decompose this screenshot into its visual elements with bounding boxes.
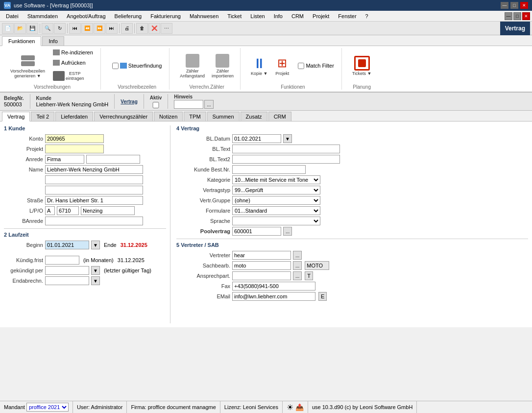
sprache-select[interactable] — [232, 217, 320, 225]
steuerfindung-checkbox[interactable] — [112, 63, 119, 69]
strasse-input[interactable] — [45, 196, 143, 205]
endabrechn-input[interactable] — [45, 276, 89, 285]
ansprechpart-input[interactable] — [232, 271, 291, 280]
kategorie-select[interactable]: 10...Miete mit Service mit Tone — [232, 175, 320, 184]
poolvertrag-dots-button[interactable]: ... — [283, 227, 292, 236]
ribbon-btn-aufruecken[interactable]: Aufrücken — [49, 58, 97, 67]
mandant-select[interactable]: proffice 2021 — [26, 403, 69, 412]
ribbon-btn-match-filter[interactable]: Match Filter — [294, 61, 337, 71]
tab-vertrag[interactable]: Vertrag — [2, 112, 30, 121]
toolbar-prev[interactable]: ⏪ — [81, 23, 93, 34]
sachbearb-input[interactable] — [232, 261, 291, 270]
kunde-best-nr-input[interactable] — [232, 165, 306, 174]
tab-info[interactable]: Info — [42, 36, 64, 46]
bl-datum-dropdown[interactable]: ▼ — [283, 134, 292, 143]
toolbar-save[interactable]: 💾 — [26, 23, 38, 34]
vertragstyp-select[interactable]: 99...Geprüft — [232, 186, 320, 194]
menu-projekt[interactable]: Projekt — [309, 12, 333, 20]
menu-angebot-auftrag[interactable]: Angebot/Auftrag — [63, 12, 110, 20]
toolbar-delete[interactable]: 🗑 — [136, 23, 148, 34]
menu-stammdaten[interactable]: Stammdaten — [24, 12, 62, 20]
ribbon-restore-button[interactable]: □ — [513, 12, 521, 20]
tab-teil2[interactable]: Teil 2 — [31, 112, 54, 121]
ribbon-minimize-button[interactable]: — — [505, 12, 512, 20]
menu-fenster[interactable]: Fenster — [334, 12, 360, 20]
toolbar-first[interactable]: ⏮ — [69, 23, 81, 34]
toolbar-more[interactable]: ⋯ — [161, 23, 172, 34]
tab-tpm[interactable]: TPM — [184, 112, 206, 121]
gekuendigt-per-input[interactable] — [45, 266, 89, 275]
close-button[interactable]: ✕ — [520, 2, 528, 9]
konto-input[interactable] — [45, 134, 104, 143]
formulare-select[interactable]: 01...Standard — [232, 206, 320, 215]
tab-zusatz[interactable]: Zusatz — [241, 112, 267, 121]
tab-notizen[interactable]: Notizen — [154, 112, 183, 121]
beginn-dropdown-button[interactable]: ▼ — [91, 241, 100, 249]
bl-datum-input[interactable] — [232, 134, 281, 143]
aktiv-checkbox[interactable] — [150, 102, 162, 108]
menu-mahnwesen[interactable]: Mahnwesen — [186, 12, 222, 20]
toolbar-cancel[interactable]: ❌ — [148, 23, 160, 34]
tab-lieferdaten[interactable]: Lieferdaten — [55, 112, 93, 121]
ribbon-close-button[interactable]: ✕ — [522, 12, 530, 20]
tab-funktionen[interactable]: Funktionen — [2, 36, 41, 46]
ansprechpart-dots-button[interactable]: ... — [293, 271, 302, 280]
bl-text-input[interactable] — [232, 145, 340, 153]
tab-crm[interactable]: CRM — [268, 112, 291, 121]
name-input[interactable] — [45, 165, 143, 174]
lpo-ort-input[interactable] — [81, 206, 135, 215]
ribbon-btn-zaehler-importieren[interactable]: Zählerimportieren — [209, 51, 236, 80]
anrede-input[interactable] — [45, 155, 84, 164]
vertreter-dots-button[interactable]: ... — [293, 251, 302, 260]
poolvertrag-input[interactable] — [232, 227, 281, 236]
kuendig-frist-input[interactable] — [45, 256, 79, 265]
minimize-button[interactable]: — — [501, 2, 508, 9]
gekuendigt-per-dropdown[interactable]: ▼ — [91, 266, 100, 275]
toolbar-new[interactable]: 📄 — [2, 23, 14, 34]
toolbar-last[interactable]: ⏭ — [106, 23, 118, 34]
endabrechn-dropdown[interactable]: ▼ — [91, 276, 100, 285]
ribbon-btn-projekt[interactable]: ⊞ Projekt — [272, 54, 292, 77]
beginn-input[interactable] — [45, 241, 89, 249]
hinweis-dots-button[interactable]: ... — [204, 100, 213, 109]
vert-gruppe-select[interactable]: (ohne) — [232, 196, 320, 205]
match-filter-checkbox[interactable] — [298, 63, 304, 69]
menu-ticket[interactable]: Ticket — [223, 12, 245, 20]
ribbon-btn-reindizieren[interactable]: Re-indizieren — [49, 48, 97, 57]
name3-input[interactable] — [45, 186, 143, 194]
toolbar-refresh[interactable]: ↻ — [54, 23, 66, 34]
hinweis-input[interactable] — [174, 100, 203, 109]
menu-fakturierung[interactable]: Fakturierung — [146, 12, 185, 20]
banrede-input[interactable] — [45, 217, 143, 225]
menu-belieferung[interactable]: Belieferung — [111, 12, 146, 20]
lpo-plz-input[interactable] — [57, 206, 79, 215]
projekt-input[interactable] — [45, 145, 104, 153]
ribbon-btn-vorschreibezeilen[interactable]: Vorschreibezeilengenerieren ▼ — [8, 51, 48, 80]
fax-input[interactable] — [232, 282, 315, 291]
toolbar-next[interactable]: ⏩ — [94, 23, 105, 34]
lpo-a-input[interactable] — [45, 206, 55, 215]
ribbon-btn-zaehler-anfangstand[interactable]: ZählerAnfangstand — [177, 51, 207, 80]
ribbon-btn-estp[interactable]: ESTPeintragen — [49, 69, 97, 83]
toolbar-search[interactable]: 🔍 — [42, 23, 53, 34]
menu-help[interactable]: ? — [362, 12, 372, 20]
tab-verrechnungszaehler[interactable]: Verrechnungszähler — [94, 112, 153, 121]
bl-text2-input[interactable] — [232, 155, 340, 164]
sachbearb-dots-button[interactable]: ... — [293, 261, 302, 270]
menu-datei[interactable]: Datei — [2, 12, 23, 20]
vertreter-input[interactable] — [232, 251, 291, 260]
menu-info[interactable]: Info — [270, 12, 287, 20]
email-e-button[interactable]: E — [318, 292, 327, 301]
email-input[interactable] — [232, 292, 315, 301]
tab-summen[interactable]: Summen — [207, 112, 240, 121]
toolbar-open[interactable]: 📂 — [14, 23, 26, 34]
ansprechpart-t-button[interactable]: T — [305, 271, 313, 280]
menu-listen[interactable]: Listen — [246, 12, 268, 20]
maximize-button[interactable]: □ — [510, 2, 518, 9]
ribbon-btn-tickets[interactable]: Tickets ▼ — [350, 54, 374, 77]
menu-crm[interactable]: CRM — [288, 12, 308, 20]
ribbon-btn-steuerfindung-check[interactable]: Steuerfindung — [109, 61, 166, 71]
name2-input[interactable] — [45, 175, 143, 184]
toolbar-print[interactable]: 🖨 — [121, 23, 133, 34]
ribbon-btn-kopie[interactable]: ⏸ Kopie ▼ — [248, 54, 270, 77]
